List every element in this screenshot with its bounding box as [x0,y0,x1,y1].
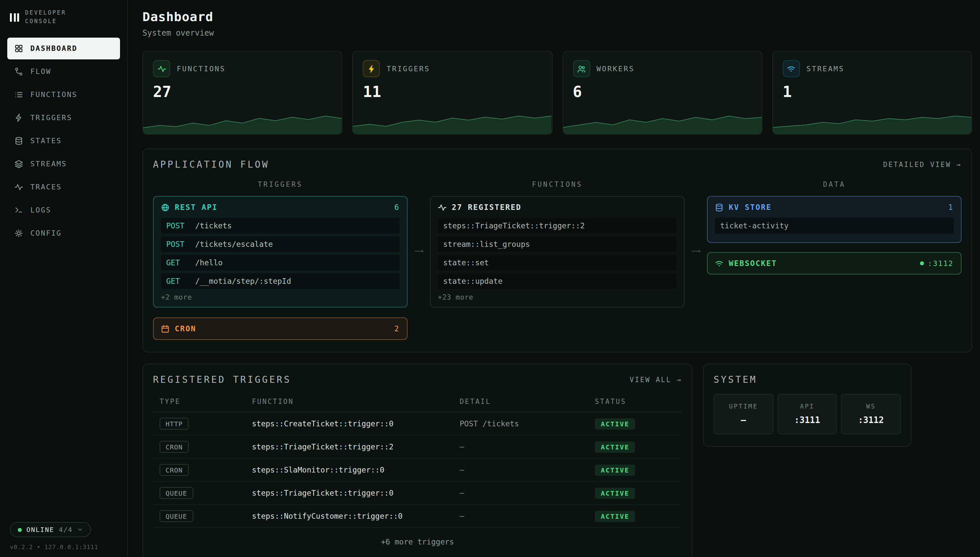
rest-api-more: +2 more [161,293,400,301]
sidebar-item-label: TRACES [30,183,62,192]
detail-text: — [460,489,595,498]
function-name: state::set [443,258,489,267]
metric-value: :3111 [780,415,834,425]
wifi-icon [783,60,800,77]
flow-arrow-left: —→ [407,180,430,340]
detail-text: — [460,442,595,451]
metric-uptime: UPTIME — [714,394,773,434]
chevron-down-icon [77,527,83,533]
metric-value: — [717,415,770,425]
table-row[interactable]: QUEUE steps::TriageTicket::trigger::0 — … [153,482,682,505]
system-metrics: UPTIME — API :3111 WS :3112 [714,394,901,434]
cron-label: CRON [175,324,196,333]
metric-label: UPTIME [717,402,770,410]
flow-column-triggers: TRIGGERS REST API 6 POST /tickets [153,180,407,340]
table-row[interactable]: QUEUE steps::NotifyCustomer::trigger::0 … [153,505,682,528]
metric-api: API :3111 [777,394,837,434]
rest-api-card[interactable]: REST API 6 POST /tickets POST /tickets/e… [153,196,407,308]
logo-icon [10,12,19,22]
sidebar-item-dashboard[interactable]: DASHBOARD [7,38,120,60]
function-row[interactable]: state::update [438,273,677,289]
kv-store-card[interactable]: KV STORE 1 ticket-activity [707,196,962,243]
globe-icon [161,203,169,212]
functions-card[interactable]: 27 REGISTERED steps::TriageTicket::trigg… [430,196,685,308]
table-row[interactable]: HTTP steps::CreateTicket::trigger::0 POS… [153,412,682,436]
logo-text-line1: DEVELOPER [25,8,66,17]
sidebar-item-streams[interactable]: STREAMS [7,153,120,175]
column-header-detail: DETAIL [460,397,595,405]
sidebar-item-triggers[interactable]: TRIGGERS [7,107,120,129]
kv-store-count: 1 [948,203,954,212]
application-flow-panel: APPLICATION FLOW DETAILED VIEW → TRIGGER… [143,148,972,352]
online-dot-icon [18,528,22,532]
online-status-pill[interactable]: ONLINE 4/4 [10,522,91,537]
more-triggers-link[interactable]: +6 more triggers [153,528,682,548]
function-row[interactable]: steps::TriageTicket::trigger::2 [438,218,677,234]
view-all-link[interactable]: VIEW ALL → [630,376,682,383]
system-panel: SYSTEM UPTIME — API :3111 WS :3112 [703,364,912,447]
sidebar-item-label: LOGS [30,206,51,215]
detail-text: POST /tickets [460,419,595,428]
sidebar-item-functions[interactable]: FUNCTIONS [7,84,120,106]
function-name: steps::TriageTicket::trigger::2 [443,221,585,230]
function-name: steps::TriageTicket::trigger::0 [252,489,460,498]
function-name: stream::list_groups [443,239,530,249]
type-badge: CRON [160,464,188,476]
stat-value: 6 [573,83,752,100]
status-badge: ACTIVE [595,510,635,522]
detail-text: — [460,465,595,474]
logo-text-line2: CONSOLE [25,17,66,26]
terminal-icon [15,206,23,215]
detailed-view-link[interactable]: DETAILED VIEW → [883,160,962,168]
sidebar-item-logs[interactable]: LOGS [7,200,120,221]
logo-text: DEVELOPER CONSOLE [25,8,66,26]
table-header-row: TYPE FUNCTION DETAIL STATUS [153,394,682,412]
status-badge: ACTIVE [595,441,635,453]
websocket-dot-icon [920,261,924,265]
flow-column-title: FUNCTIONS [430,180,685,188]
route-row[interactable]: GET /hello [161,255,400,270]
table-row[interactable]: CRON steps::SlaMonitor::trigger::0 — ACT… [153,459,682,482]
sparkline-chart [143,112,342,134]
route-row[interactable]: POST /tickets/escalate [161,236,400,252]
zap-icon [363,60,380,77]
stat-card-functions[interactable]: FUNCTIONS 27 [143,51,342,135]
version-text: v0.2.2 • 127.0.0.1:3111 [10,544,117,550]
stat-card-streams[interactable]: STREAMS 1 [772,51,972,135]
sidebar-item-traces[interactable]: TRACES [7,176,120,198]
function-name: steps::TriageTicket::trigger::2 [252,442,460,451]
websocket-port: :3112 [928,259,954,268]
function-row[interactable]: state::set [438,255,677,270]
sidebar-item-states[interactable]: STATES [7,130,120,152]
logo: DEVELOPER CONSOLE [0,0,127,38]
sidebar-item-config[interactable]: CONFIG [7,223,120,244]
status-badge: ACTIVE [595,464,635,476]
kv-store-items: ticket-activity [715,218,954,234]
sidebar-item-label: DASHBOARD [30,44,78,53]
grid-icon [15,44,23,53]
stat-card-triggers[interactable]: TRIGGERS 11 [352,51,553,135]
kv-item-row[interactable]: ticket-activity [715,218,954,234]
calendar-icon [161,324,169,333]
flow-arrow-right: —→ [685,180,707,340]
metric-label: WS [844,402,897,410]
stat-card-workers[interactable]: WORKERS 6 [562,51,763,135]
route-row[interactable]: GET /__motia/step/:stepId [161,273,400,289]
layers-icon [15,160,23,169]
sidebar-item-flow[interactable]: FLOW [7,61,120,83]
stat-label: STREAMS [806,64,844,73]
status-badge: ACTIVE [595,418,635,429]
triggers-table: TYPE FUNCTION DETAIL STATUS HTTP steps::… [153,394,682,548]
cron-card[interactable]: CRON 2 [153,318,407,340]
flow-column-title: DATA [707,180,962,188]
main-content: Dashboard System overview FUNCTIONS 27 T… [128,0,980,557]
route-row[interactable]: POST /tickets [161,218,400,234]
type-badge: QUEUE [160,487,193,499]
function-row[interactable]: stream::list_groups [438,236,677,252]
flow-column-functions: FUNCTIONS 27 REGISTERED steps::TriageTic… [430,180,685,340]
flow-icon [15,68,23,76]
table-row[interactable]: CRON steps::TriageTicket::trigger::2 — A… [153,436,682,459]
websocket-card[interactable]: WEBSOCKET :3112 [707,252,962,275]
gear-icon [15,229,23,238]
functions-list: steps::TriageTicket::trigger::2 stream::… [438,218,677,289]
